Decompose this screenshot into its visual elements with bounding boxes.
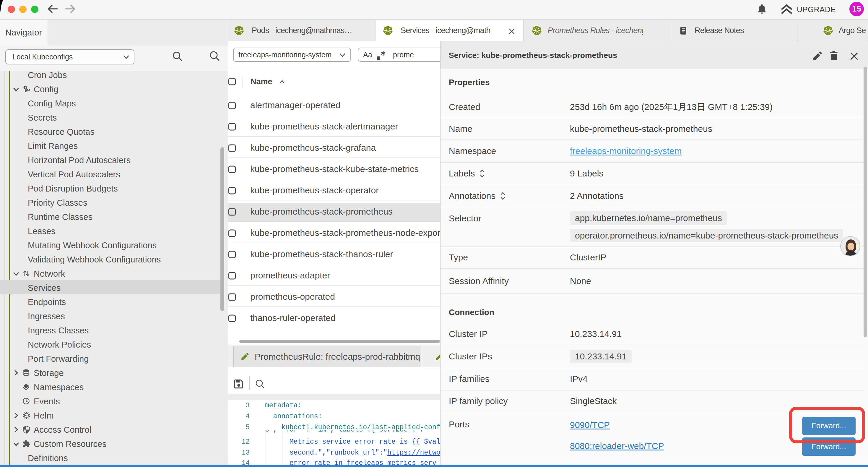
svg-text:HELM: HELM <box>24 414 30 416</box>
